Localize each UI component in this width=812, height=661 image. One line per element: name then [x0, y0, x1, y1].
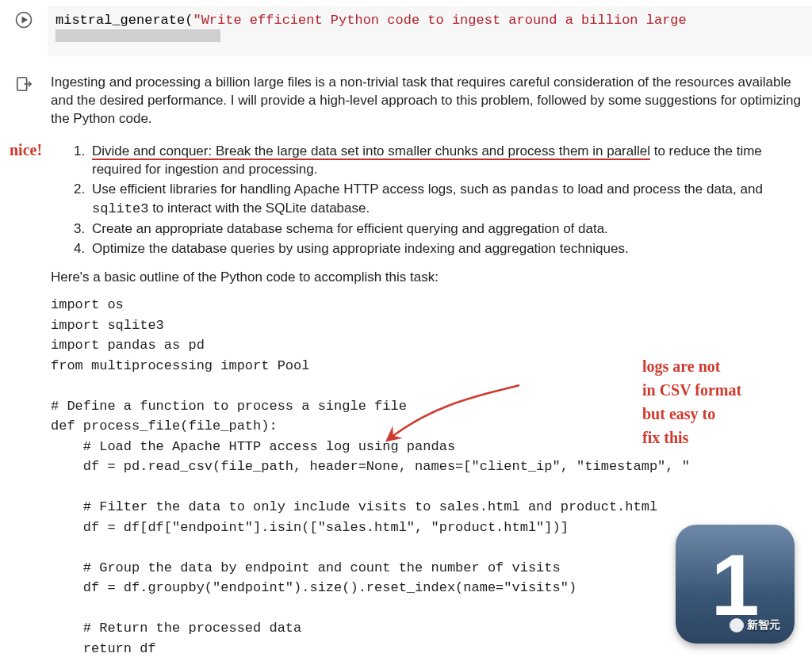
function-name: mistral_generate — [56, 13, 185, 28]
annotation-nice: nice! — [10, 141, 42, 159]
step-3: Create an appropriate database schema fo… — [89, 220, 804, 239]
badge-watermark: 新智元 — [730, 618, 780, 632]
code-input-area[interactable]: mistral_generate("Write efficient Python… — [48, 6, 812, 56]
step-1: Divide and conquer: Break the large data… — [89, 143, 804, 179]
text-selection-highlight — [56, 29, 220, 42]
step-1-underlined: Divide and conquer: Break the large data… — [92, 143, 650, 160]
code-line: mistral_generate("Write efficient Python… — [56, 13, 804, 28]
corner-badge: 1 新智元 — [676, 525, 795, 644]
inline-code-pandas: pandas — [511, 182, 559, 197]
steps-list: Divide and conquer: Break the large data… — [51, 143, 804, 258]
annotation-logs: logs are not in CSV format but easy to f… — [642, 354, 785, 449]
inline-code-sqlite3: sqlite3 — [92, 201, 148, 216]
code-input-cell: mistral_generate("Write efficient Python… — [0, 0, 812, 56]
watermark-text: 新智元 — [747, 618, 780, 632]
output-icon — [15, 75, 33, 93]
string-argument: "Write efficient Python code to ingest a… — [193, 13, 686, 28]
code-cell-gutter — [0, 6, 48, 29]
open-paren: ( — [185, 13, 193, 28]
wechat-icon — [730, 618, 744, 632]
output-cell-gutter — [0, 71, 48, 93]
step-4: Optimize the database queries by using a… — [89, 240, 804, 258]
run-cell-icon[interactable] — [15, 11, 33, 29]
step-2: Use efficient libraries for handling Apa… — [89, 181, 804, 219]
intro-paragraph: Ingesting and processing a billion large… — [51, 74, 804, 128]
svg-marker-1 — [22, 17, 29, 24]
outline-label: Here's a basic outline of the Python cod… — [51, 269, 804, 287]
